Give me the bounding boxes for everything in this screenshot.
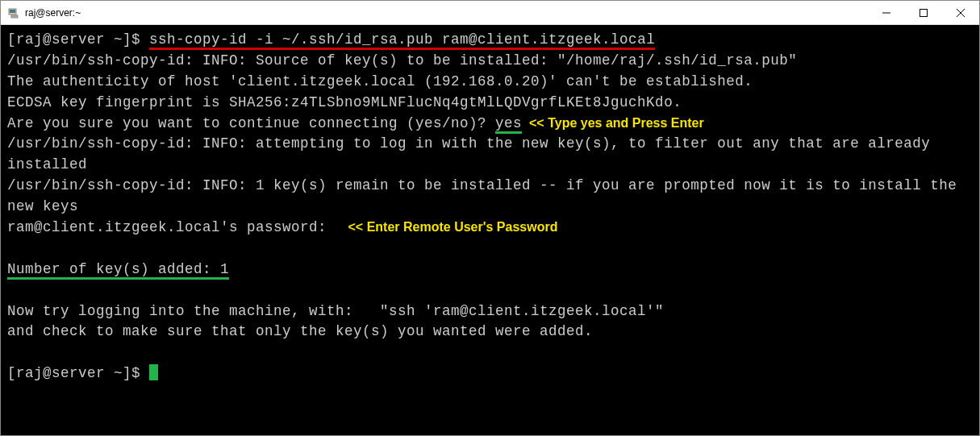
keys-added-text: Number of key(s) added: 1 (7, 261, 229, 280)
cursor-block (149, 364, 158, 380)
window-title: raj@server:~ (25, 7, 868, 19)
annotation-password: << Enter Remote User's Password (344, 220, 557, 234)
confirm-prompt: Are you sure you want to continue connec… (7, 115, 495, 131)
maximize-button[interactable] (905, 1, 942, 24)
close-button[interactable] (942, 1, 979, 24)
output-line: and check to make sure that only the key… (7, 322, 973, 343)
terminal-body[interactable]: [raj@server ~]$ ssh-copy-id -i ~/.ssh/id… (1, 25, 979, 435)
putty-window: raj@server:~ [raj@server ~]$ ssh-copy-id… (0, 0, 980, 436)
svg-rect-5 (920, 9, 928, 16)
blank-line (7, 239, 973, 260)
output-line: Now try logging into the machine, with: … (7, 301, 973, 322)
prompt-text: [raj@server ~]$ (7, 365, 149, 381)
password-prompt: ram@client.itzgeek.local's password: (7, 219, 344, 235)
window-controls (868, 1, 979, 24)
output-line: /usr/bin/ssh-copy-id: INFO: attempting t… (7, 134, 973, 176)
confirm-line: Are you sure you want to continue connec… (7, 114, 973, 135)
prompt-text: [raj@server ~]$ (7, 31, 149, 48)
output-line: /usr/bin/ssh-copy-id: INFO: 1 key(s) rem… (7, 176, 973, 218)
titlebar[interactable]: raj@server:~ (1, 1, 979, 25)
output-line: The authenticity of host 'client.itzgeek… (7, 72, 973, 93)
user-answer-yes: yes (495, 115, 522, 134)
prompt-line-1: [raj@server ~]$ ssh-copy-id -i ~/.ssh/id… (7, 30, 973, 51)
annotation-yes: << Type yes and Press Enter (522, 116, 704, 130)
password-line: ram@client.itzgeek.local's password: << … (7, 218, 973, 239)
output-line: ECDSA key fingerprint is SHA256:z4TLSbno… (7, 93, 973, 114)
output-line: /usr/bin/ssh-copy-id: INFO: Source of ke… (7, 51, 973, 72)
keys-added-line: Number of key(s) added: 1 (7, 260, 973, 280)
svg-rect-1 (10, 10, 15, 13)
minimize-button[interactable] (868, 1, 905, 24)
prompt-line-2: [raj@server ~]$ (7, 363, 973, 384)
blank-line (7, 343, 973, 363)
entered-command: ssh-copy-id -i ~/.ssh/id_rsa.pub ram@cli… (149, 31, 655, 50)
putty-icon (7, 6, 20, 19)
blank-line (7, 280, 973, 301)
